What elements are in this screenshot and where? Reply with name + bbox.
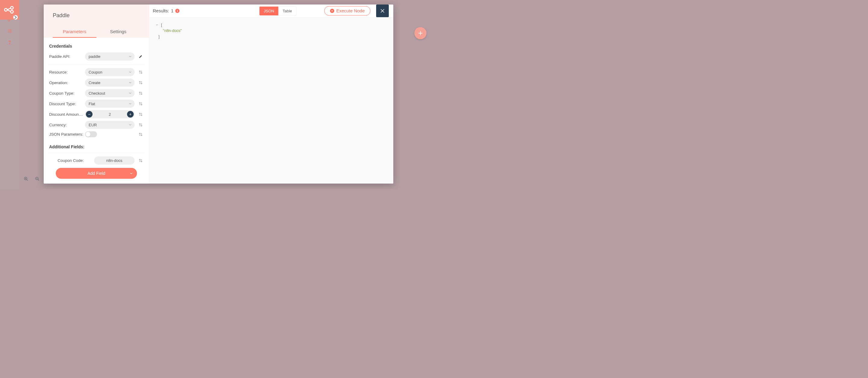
add-field-button[interactable]: Add Field <box>56 168 137 179</box>
parameters-body: Credentials Paddle API: paddle Resource: <box>44 38 149 184</box>
discount-amount-label: Discount Amount ... <box>49 112 84 117</box>
currency-select[interactable]: EUR <box>85 121 135 129</box>
svg-point-26 <box>139 113 141 114</box>
coupon-type-label: Coupon Type: <box>49 91 84 96</box>
chevron-down-icon <box>129 92 132 94</box>
svg-point-27 <box>141 113 142 114</box>
view-toggle: JSON Table <box>259 6 297 16</box>
gear-icon[interactable] <box>138 101 144 107</box>
gear-icon[interactable] <box>138 90 144 96</box>
coupon-code-label: Coupon Code: <box>49 158 93 163</box>
chevron-down-icon <box>129 124 132 126</box>
coupon-type-row: Coupon Type: Checkout <box>48 88 145 99</box>
resource-select[interactable]: Coupon <box>85 68 135 76</box>
table-view-tab[interactable]: Table <box>278 6 296 15</box>
info-icon[interactable]: i <box>176 9 180 13</box>
discount-type-select[interactable]: Flat <box>85 100 135 108</box>
discount-amount-stepper[interactable]: − 2 + <box>85 110 135 119</box>
discount-type-value: Flat <box>89 101 95 106</box>
operation-label: Operation: <box>49 80 84 85</box>
chevron-down-icon <box>129 103 132 104</box>
executions-icon[interactable] <box>7 28 13 34</box>
svg-point-41 <box>141 161 142 162</box>
json-view-tab[interactable]: JSON <box>259 6 278 15</box>
chevron-down-icon <box>130 172 133 175</box>
svg-point-12 <box>139 72 141 73</box>
currency-row: Currency: EUR <box>48 120 145 130</box>
svg-point-10 <box>139 70 141 72</box>
gear-icon[interactable] <box>138 80 144 86</box>
discount-amount-value: 2 <box>93 112 126 117</box>
svg-point-11 <box>141 71 142 72</box>
results-count: Results: 1 i <box>153 8 180 13</box>
gear-icon[interactable] <box>138 69 144 75</box>
chevron-down-icon <box>129 82 132 84</box>
add-field-label: Add Field <box>87 171 105 176</box>
operation-row: Operation: Create <box>48 77 145 88</box>
results-header: Results: 1 i JSON Table Execute Node <box>149 4 393 17</box>
execute-node-button[interactable]: Execute Node <box>324 6 370 16</box>
json-collapse-toggle[interactable]: − <box>155 22 159 28</box>
gear-icon[interactable] <box>138 131 144 137</box>
tab-settings[interactable]: Settings <box>96 26 140 38</box>
decrement-button[interactable]: − <box>86 111 93 118</box>
svg-point-23 <box>141 102 142 104</box>
canvas-zoom-controls <box>22 175 41 183</box>
json-params-row: JSON Parameters: <box>48 130 145 139</box>
svg-point-31 <box>141 124 142 125</box>
chevron-down-icon <box>129 56 132 58</box>
discount-type-row: Discount Type: Flat <box>48 99 145 109</box>
svg-point-13 <box>141 72 142 74</box>
resource-label: Resource: <box>49 70 84 74</box>
svg-point-29 <box>141 115 142 116</box>
json-result-value: "n8n-docs" <box>163 28 182 33</box>
json-params-toggle[interactable] <box>85 131 97 137</box>
svg-point-21 <box>141 93 142 95</box>
coupon-code-input[interactable]: n8n-docs <box>94 156 135 165</box>
svg-point-18 <box>139 92 141 93</box>
help-icon[interactable] <box>7 39 13 45</box>
tabs: Parameters Settings <box>53 26 140 38</box>
gear-icon[interactable] <box>138 111 144 117</box>
svg-point-30 <box>139 123 141 125</box>
svg-point-16 <box>139 83 141 84</box>
svg-point-35 <box>141 133 142 134</box>
credential-label: Paddle API: <box>49 54 84 59</box>
svg-point-22 <box>139 102 141 104</box>
currency-label: Currency: <box>49 122 84 127</box>
discount-amount-row: Discount Amount ... − 2 + <box>48 109 145 120</box>
tab-parameters[interactable]: Parameters <box>53 26 96 38</box>
gear-icon[interactable] <box>138 122 144 128</box>
left-header: Paddle Parameters Settings <box>44 4 149 38</box>
results-pane: Results: 1 i JSON Table Execute Node − [… <box>149 4 393 184</box>
zoom-in-icon[interactable] <box>22 175 30 183</box>
credential-select[interactable]: paddle <box>85 53 135 61</box>
svg-point-38 <box>139 159 141 161</box>
svg-point-33 <box>141 125 142 127</box>
coupon-code-row: Coupon Code: n8n-docs <box>48 153 145 166</box>
svg-point-14 <box>139 81 141 83</box>
svg-point-25 <box>141 104 142 105</box>
svg-point-20 <box>139 93 141 95</box>
app-logo <box>0 0 19 20</box>
svg-point-34 <box>139 133 141 134</box>
svg-point-37 <box>141 134 142 136</box>
app-sidebar <box>0 0 19 189</box>
svg-point-1 <box>10 7 13 9</box>
add-node-button[interactable] <box>414 27 427 39</box>
operation-select[interactable]: Create <box>85 79 135 87</box>
sidebar-expand-icon[interactable] <box>13 15 18 20</box>
resource-value: Coupon <box>89 70 102 74</box>
zoom-out-icon[interactable] <box>33 175 41 183</box>
results-count-value: 1 <box>171 8 173 13</box>
node-editor-modal: Paddle Parameters Settings Credentials P… <box>44 4 393 184</box>
svg-point-24 <box>139 104 141 105</box>
additional-fields-heading: Additional Fields: <box>48 139 145 152</box>
svg-point-0 <box>4 8 7 11</box>
edit-credential-icon[interactable] <box>138 54 144 60</box>
close-button[interactable] <box>376 4 389 17</box>
coupon-type-select[interactable]: Checkout <box>85 89 135 97</box>
gear-icon[interactable] <box>138 158 144 164</box>
results-label: Results: <box>153 8 169 13</box>
increment-button[interactable]: + <box>127 111 134 118</box>
